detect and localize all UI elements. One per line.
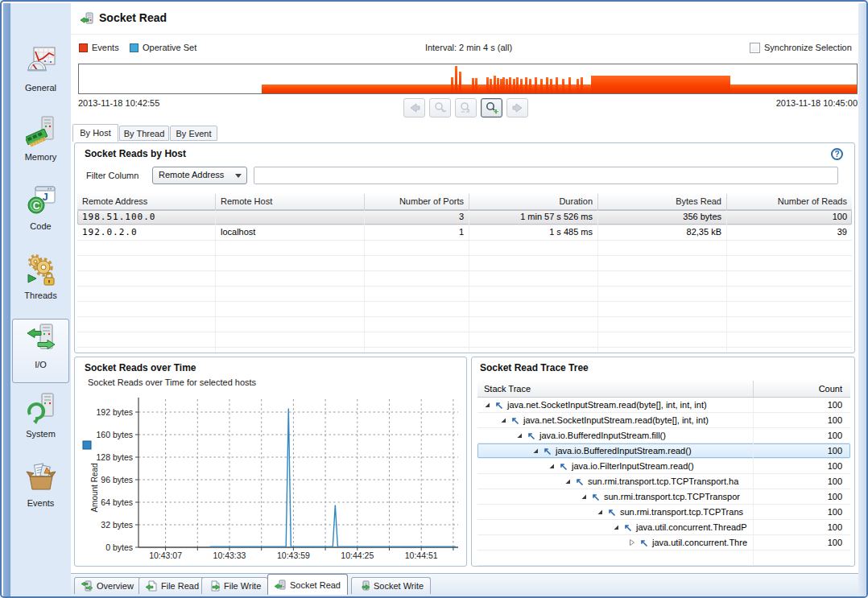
filter-column-value: Remote Address (159, 170, 224, 179)
sidebar-item-general[interactable]: General (12, 42, 69, 106)
socket-reads-by-host-panel: Socket Reads by Host ? Filter Column Rem… (74, 142, 855, 353)
trace-tree-row[interactable]: sun.rmi.transport.tcp.TCPTransport.ha100 (477, 474, 850, 489)
expander-open-icon[interactable] (532, 447, 539, 454)
host-table-row[interactable]: 192.0.2.0 localhost 1 1 s 485 ms 82,35 k… (77, 225, 852, 241)
step-back-button[interactable] (403, 98, 425, 118)
step-forward-button[interactable] (506, 98, 528, 118)
filter-input[interactable] (254, 167, 838, 184)
timeline-event-spike (550, 79, 552, 93)
synchronize-checkbox[interactable] (750, 43, 760, 53)
column-header-duration[interactable]: Duration (469, 194, 598, 209)
tab-by-event[interactable]: By Event (170, 126, 217, 141)
expander-open-icon[interactable] (564, 478, 571, 485)
tab-file-read[interactable]: File Read (138, 577, 206, 594)
tab-socket-write[interactable]: Socket Write (351, 577, 431, 594)
x-axis-tick-label: 10:43:59 (277, 551, 310, 560)
tab-label: File Write (224, 581, 261, 591)
timeline-event-spike (529, 79, 531, 93)
column-header-stack-trace[interactable]: Stack Trace (477, 381, 754, 397)
sidebar-item-system[interactable]: System (12, 388, 69, 452)
expander-closed-icon[interactable] (629, 539, 635, 546)
x-axis-tick-label: 10:44:51 (405, 551, 438, 560)
column-header-count[interactable]: Count (754, 381, 850, 397)
timeline-activity-block (591, 76, 730, 93)
trace-tree-row[interactable]: java.net.SocketInputStream.read(byte[], … (477, 398, 850, 413)
zoom-selection-button[interactable] (455, 98, 477, 118)
timeline-event-spike (525, 77, 527, 93)
trace-tree-row[interactable]: sun.rmi.transport.tcp.TCPTrans100 (477, 505, 850, 520)
timeline-strip[interactable] (78, 64, 858, 94)
trace-frame-label: java.io.BufferedInputStream.read() (556, 446, 692, 456)
help-icon[interactable]: ? (831, 148, 843, 160)
trace-tree-row[interactable]: sun.rmi.transport.tcp.TCPTranspor100 (477, 489, 850, 505)
y-axis-tick-label: 32 bytes (101, 520, 133, 530)
events-icon (26, 461, 56, 493)
expander-open-icon[interactable] (516, 432, 523, 439)
y-axis-tick-label: 128 bytes (96, 452, 133, 462)
host-table-empty-row (77, 241, 852, 256)
timeline-event-spike (556, 77, 558, 93)
stack-frame-icon (510, 416, 519, 425)
expander-open-icon[interactable] (613, 524, 619, 530)
trace-tree-row[interactable]: java.util.concurrent.ThreadP100 (477, 520, 850, 535)
trace-tree-row[interactable]: java.io.BufferedInputStream.fill()100 (477, 428, 850, 443)
expander-open-icon[interactable] (548, 463, 555, 469)
chart-panel-title: Socket Reads over Time (85, 362, 196, 373)
svg-text:C: C (32, 200, 39, 212)
y-axis-tick-label: 0 bytes (105, 542, 133, 552)
trace-tree-row[interactable]: java.io.FilterInputStream.read()100 (477, 459, 850, 474)
trace-tree-row[interactable]: java.io.BufferedInputStream.read()100 (477, 443, 850, 459)
column-header-remote-host[interactable]: Remote Host (216, 194, 365, 209)
column-header-number-of-ports[interactable]: Number of Ports (365, 194, 469, 209)
synchronize-label[interactable]: Synchronize Selection (764, 43, 852, 52)
trace-tree-row[interactable]: java.net.SocketInputStream.read(byte[], … (477, 413, 850, 428)
sidebar-item-label: Threads (24, 291, 56, 300)
bottom-tab-strip: Overview File Read File Write Socket Rea… (71, 573, 868, 597)
sidebar-item-label: Memory (25, 152, 57, 162)
host-table-empty-row (77, 287, 852, 302)
tab-label: Socket Write (374, 581, 424, 591)
x-axis-tick-label: 10:43:33 (213, 551, 246, 560)
expander-open-icon[interactable] (581, 493, 587, 500)
trace-frame-label: sun.rmi.transport.tcp.TCPTransport.ha (588, 476, 738, 486)
expander-open-icon[interactable] (597, 509, 603, 515)
tab-overview[interactable]: Overview (74, 577, 141, 594)
zoom-out-icon (433, 101, 448, 114)
timeline-event-spike (568, 77, 571, 93)
timeline-event-spike (459, 72, 461, 93)
events-legend-swatch (79, 43, 88, 52)
timeline-baseline-bar (262, 85, 857, 93)
arrow-right-icon (510, 101, 525, 114)
sidebar-item-threads[interactable]: Threads (12, 250, 69, 314)
threads-icon (26, 254, 56, 286)
socket-reads-over-time-chart[interactable]: 0 bytes32 bytes64 bytes96 bytes128 bytes… (78, 393, 463, 565)
amount-read-series-line (210, 409, 456, 546)
arrow-left-icon (407, 101, 422, 114)
column-header-number-of-reads[interactable]: Number of Reads (727, 194, 852, 209)
zoom-in-button[interactable] (481, 98, 502, 118)
trace-frame-label: sun.rmi.transport.tcp.TCPTrans (620, 507, 743, 517)
trace-count: 100 (754, 431, 850, 440)
zoom-out-button[interactable] (429, 98, 451, 118)
tab-by-host[interactable]: By Host (72, 124, 118, 142)
trace-count: 100 (754, 492, 850, 501)
cell-remote-host: localhost (216, 225, 365, 240)
stack-frame-icon (575, 477, 584, 486)
column-header-remote-address[interactable]: Remote Address (77, 194, 216, 209)
trace-tree-row[interactable]: java.util.concurrent.Thre100 (477, 535, 850, 551)
sidebar-item-memory[interactable]: Memory (12, 111, 69, 175)
host-table-row[interactable]: 198.51.100.0 3 1 min 57 s 526 ms 356 byt… (77, 210, 852, 225)
trace-count: 100 (754, 446, 850, 456)
column-header-bytes-read[interactable]: Bytes Read (598, 194, 727, 209)
tab-file-write[interactable]: File Write (201, 577, 268, 594)
tab-socket-read[interactable]: Socket Read (267, 574, 348, 595)
tab-by-thread[interactable]: By Thread (119, 126, 169, 141)
expander-open-icon[interactable] (500, 417, 506, 423)
sidebar-item-events[interactable]: Events (12, 457, 69, 522)
cell-remote-address: 198.51.100.0 (77, 210, 216, 225)
sidebar-item-io[interactable]: I/O (12, 319, 69, 383)
sidebar-item-code[interactable]: JC Code (12, 180, 69, 245)
trace-count: 100 (754, 415, 850, 425)
filter-column-dropdown[interactable]: Remote Address (152, 167, 247, 184)
expander-open-icon[interactable] (484, 402, 490, 408)
